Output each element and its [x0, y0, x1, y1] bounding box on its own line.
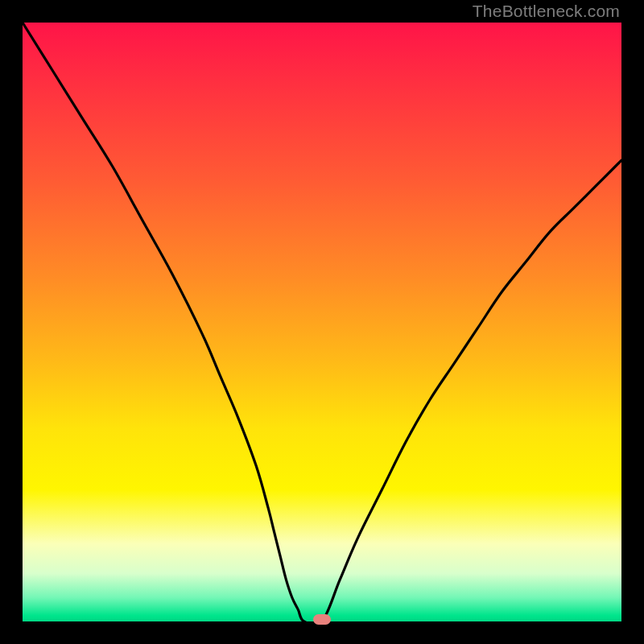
plot-area	[23, 23, 621, 621]
chart-frame: TheBottleneck.com	[0, 0, 644, 644]
watermark-text: TheBottleneck.com	[473, 2, 620, 21]
optimum-marker	[313, 614, 331, 625]
bottleneck-curve	[23, 23, 621, 621]
